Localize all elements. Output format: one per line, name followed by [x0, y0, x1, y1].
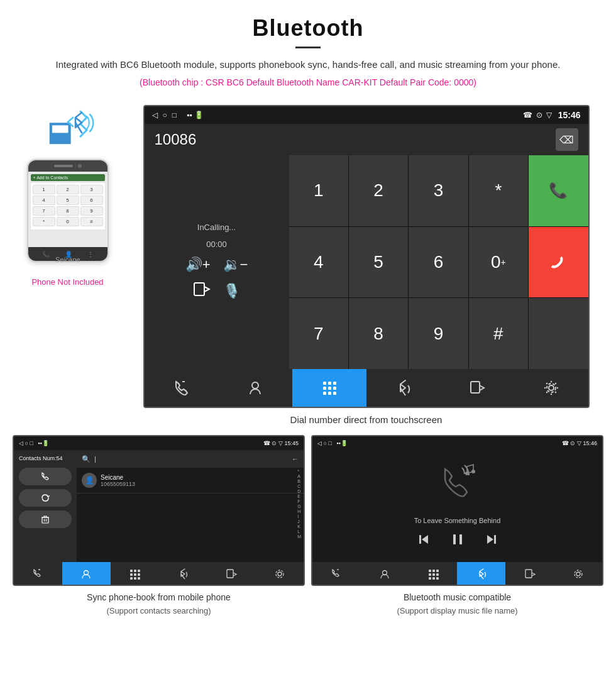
phone-screen: + Add to Contacts 1 2 3 4 5 6 7 8 — [28, 172, 107, 247]
music-prev-button[interactable] — [416, 532, 431, 550]
car-nav-phone[interactable] — [145, 369, 219, 407]
pb-nav-transfer[interactable] — [207, 562, 255, 586]
dial-key-3[interactable]: 3 — [409, 155, 468, 226]
dial-key-9[interactable]: 9 — [409, 298, 468, 369]
svg-rect-25 — [227, 570, 233, 578]
dial-key-8[interactable]: 8 — [349, 298, 408, 369]
pb-contact-entry: 👤 Seicane 10655059113 — [77, 468, 304, 494]
dial-key-call[interactable]: 📞 — [529, 155, 588, 226]
pb-time: 15:45 — [284, 440, 299, 446]
transfer-icon[interactable] — [193, 280, 211, 302]
pb-nav-bluetooth[interactable] — [158, 562, 207, 586]
car-status-left: ◁ ○ □ ▪▪ 🔋 — [152, 111, 204, 119]
music-nav-phone[interactable] — [312, 562, 361, 586]
pb-search-cursor: | — [94, 455, 96, 463]
svg-rect-5 — [323, 387, 326, 390]
car-main-area: InCalling... 00:00 🔊+ 🔉− — [145, 155, 588, 369]
music-main: To Leave Something Behind — [312, 450, 602, 562]
signal-icons: ▪▪ 🔋 — [187, 111, 204, 119]
pb-call-button[interactable] — [19, 468, 72, 485]
car-backspace-button[interactable]: ⌫ — [556, 128, 578, 151]
dial-key-5[interactable]: 5 — [349, 227, 408, 298]
phone-camera — [78, 164, 82, 168]
music-phone-icon — [436, 463, 480, 507]
svg-rect-35 — [429, 570, 431, 572]
dial-key-2[interactable]: 2 — [349, 155, 408, 226]
music-section: ◁ ○ □ ▪▪🔋 ☎ ⊙ ▽ 15:46 — [311, 435, 603, 617]
music-nav-dialpad[interactable] — [409, 562, 458, 586]
location-icon: ⊙ — [536, 111, 542, 119]
svg-rect-3 — [328, 382, 331, 385]
pb-nav-contacts[interactable] — [62, 562, 111, 586]
svg-rect-2 — [323, 382, 326, 385]
car-nav-contacts[interactable] — [218, 369, 292, 407]
dial-key-1[interactable]: 1 — [289, 155, 348, 226]
pb-nav-dialpad[interactable] — [111, 562, 159, 586]
music-nav-bluetooth[interactable] — [457, 562, 505, 586]
dial-key-7[interactable]: 7 — [289, 298, 348, 369]
phone-top-bar — [28, 160, 107, 172]
svg-rect-24 — [138, 577, 140, 580]
music-screen: ◁ ○ □ ▪▪🔋 ☎ ⊙ ▽ 15:46 — [311, 435, 603, 586]
svg-rect-41 — [429, 577, 431, 580]
car-screen-caption: Dial number direct from touchscreen — [290, 414, 443, 425]
phonebook-section: ◁ ○ □ ▪▪🔋 ☎ ⊙ ▽ 15:45 Contacts Num:54 — [13, 435, 305, 617]
svg-rect-11 — [471, 382, 480, 393]
phone-menu-icon: ⋮ — [87, 251, 94, 258]
bluetooth-icon-area: ⬓ — [40, 105, 96, 155]
dial-key-hash[interactable]: # — [469, 298, 528, 369]
pb-contact-name: Seicane — [101, 474, 135, 481]
svg-rect-30 — [419, 535, 421, 544]
pb-sync-button[interactable] — [19, 489, 72, 507]
dial-key-star[interactable]: * — [469, 155, 528, 226]
car-nav-settings[interactable] — [514, 369, 588, 407]
svg-rect-19 — [130, 573, 133, 576]
home-icon: ○ — [163, 111, 167, 119]
pb-bottom-nav — [14, 562, 304, 586]
car-nav-music-transfer[interactable] — [440, 369, 514, 407]
bottom-section: ◁ ○ □ ▪▪🔋 ☎ ⊙ ▽ 15:45 Contacts Num:54 — [0, 435, 616, 630]
music-caption: Bluetooth music compatible (Support disp… — [397, 591, 517, 617]
phone-screen-header: + Add to Contacts — [31, 174, 105, 181]
car-nav-bluetooth[interactable] — [366, 369, 441, 407]
dial-key-hangup[interactable] — [529, 227, 588, 298]
pb-nav-settings[interactable] — [255, 562, 304, 586]
pb-status-right: ☎ ⊙ ▽ 15:45 — [263, 440, 299, 446]
music-next-button[interactable] — [484, 532, 499, 550]
phone-mockup: + Add to Contacts 1 2 3 4 5 6 7 8 — [27, 159, 109, 262]
pb-alpha-list: * A B C D E F G H I J K L M — [297, 469, 301, 539]
volume-up-icon[interactable]: 🔊+ — [185, 256, 211, 273]
svg-rect-20 — [134, 573, 136, 576]
pb-delete-button[interactable] — [19, 510, 72, 528]
car-number-bar: 10086 ⌫ — [145, 124, 588, 155]
car-nav-dialpad[interactable] — [292, 369, 366, 407]
svg-point-28 — [465, 472, 469, 475]
volume-down-icon[interactable]: 🔉− — [223, 256, 248, 273]
pb-nav-phone[interactable] — [14, 562, 62, 586]
svg-point-29 — [471, 470, 475, 473]
car-number-display: 10086 — [155, 131, 197, 148]
page-title: Bluetooth — [38, 15, 578, 41]
car-call-time: 00:00 — [206, 240, 227, 249]
music-song-title: To Leave Something Behind — [414, 517, 501, 524]
dial-key-0plus[interactable]: 0+ — [469, 227, 528, 298]
dial-key-empty — [529, 298, 588, 369]
music-nav-contacts[interactable] — [361, 562, 409, 586]
music-nav-icons: ◁ ○ □ ▪▪🔋 — [317, 440, 348, 446]
svg-rect-38 — [429, 573, 431, 576]
title-divider — [295, 47, 321, 48]
svg-rect-39 — [432, 573, 435, 576]
svg-rect-37 — [436, 570, 439, 572]
music-nav-settings[interactable] — [554, 562, 602, 586]
music-nav-transfer[interactable] — [505, 562, 554, 586]
svg-rect-7 — [333, 387, 336, 390]
svg-rect-21 — [138, 573, 140, 576]
mute-icon[interactable]: 🎙️ — [223, 283, 240, 299]
car-volume-controls: 🔊+ 🔉− — [185, 256, 248, 273]
dial-key-6[interactable]: 6 — [409, 227, 468, 298]
car-screen: ◁ ○ □ ▪▪ 🔋 ☎ ⊙ ▽ 15:46 10086 ⌫ — [143, 105, 590, 408]
svg-rect-23 — [134, 577, 136, 580]
header-specs: (Bluetooth chip : CSR BC6 Default Blueto… — [38, 77, 578, 87]
dial-key-4[interactable]: 4 — [289, 227, 348, 298]
music-play-pause-button[interactable] — [450, 532, 465, 550]
